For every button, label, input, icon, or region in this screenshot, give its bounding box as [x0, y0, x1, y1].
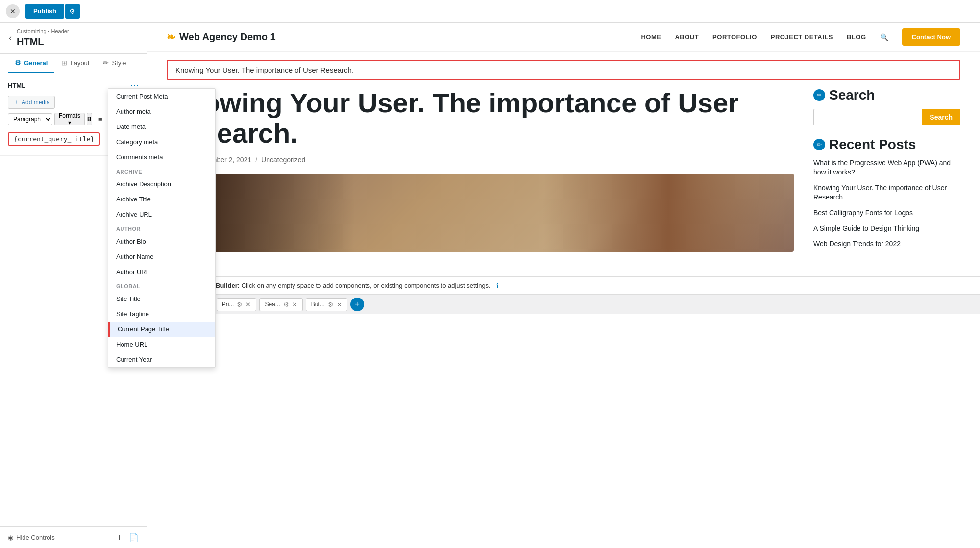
- left-sidebar: ‹ Customizing • Header HTML ⚙ General ⊞ …: [0, 23, 147, 548]
- dropdown-item-current-post-meta[interactable]: Current Post Meta: [108, 89, 147, 104]
- bold-button[interactable]: B: [87, 113, 92, 125]
- sidebar-breadcrumb: Customizing • Header: [17, 28, 69, 34]
- sidebar-header: ‹ Customizing • Header HTML: [0, 23, 147, 54]
- add-component-button[interactable]: +: [350, 298, 364, 311]
- title-highlight-box: Knowing Your User. The importance of Use…: [167, 60, 960, 80]
- dropdown-item-category-meta[interactable]: Category meta: [108, 134, 147, 149]
- tab-style[interactable]: ✏ Style: [96, 54, 133, 73]
- unordered-list-button[interactable]: ≡: [94, 113, 107, 125]
- component-primary-menu-settings[interactable]: ⚙: [237, 301, 243, 308]
- search-icon[interactable]: 🔍: [880, 33, 888, 41]
- recent-post-4[interactable]: A Simple Guide to Design Thinking: [813, 224, 960, 234]
- main-wrapper: ‹ Customizing • Header HTML ⚙ General ⊞ …: [0, 23, 980, 548]
- site-header: ❧ Web Agency Demo 1 HOME ABOUT PORTOFOLI…: [147, 23, 980, 52]
- add-media-button[interactable]: ＋ Add media: [8, 96, 55, 109]
- sidebar-title: HTML: [17, 36, 69, 48]
- dropdown-item-archive-title[interactable]: Archive Title: [108, 192, 147, 207]
- site-nav: HOME ABOUT PORTOFOLIO PROJECT DETAILS BL…: [641, 28, 960, 46]
- desktop-view-button[interactable]: 🖥: [117, 533, 125, 542]
- dropdown-item-current-page-title[interactable]: Current Page Title: [108, 322, 147, 337]
- recent-post-1[interactable]: What is the Progressive Web App (PWA) an…: [813, 158, 960, 177]
- back-button[interactable]: ‹: [8, 32, 13, 44]
- nav-item-home[interactable]: HOME: [641, 33, 661, 41]
- meta-sep-2: /: [255, 156, 257, 164]
- preview-area: ❧ Web Agency Demo 1 HOME ABOUT PORTOFOLI…: [147, 23, 980, 548]
- tab-style-label: Style: [112, 59, 126, 67]
- nav-item-portfolio[interactable]: PORTOFOLIO: [712, 33, 757, 41]
- content-sidebar: ✏ Search Search ✏ Recent Posts What is t…: [813, 88, 960, 262]
- nav-item-project-details[interactable]: PROJECT DETAILS: [771, 33, 833, 41]
- tab-layout[interactable]: ⊞ Layout: [54, 54, 96, 73]
- dropdown-item-site-tagline[interactable]: Site Tagline: [108, 306, 147, 322]
- archive-section-label: ARCHIVE: [108, 165, 147, 176]
- site-logo-text: Web Agency Demo 1: [179, 31, 276, 43]
- mobile-view-button[interactable]: 📄: [129, 533, 139, 542]
- search-widget: ✏ Search Search: [813, 88, 960, 125]
- formats-button[interactable]: Formats ▾: [54, 113, 85, 125]
- search-input[interactable]: [813, 109, 922, 125]
- site-logo: ❧ Web Agency Demo 1: [167, 31, 276, 44]
- post-image: [167, 174, 794, 252]
- recent-posts-header: ✏ Recent Posts: [813, 137, 960, 152]
- tab-general-label: General: [24, 59, 48, 67]
- dropdown-item-home-url[interactable]: Home URL: [108, 337, 147, 352]
- search-widget-title: Search: [829, 88, 875, 103]
- sidebar-bottom: ◉ Hide Controls 🖥 📄: [0, 526, 147, 548]
- search-widget-row: Search: [813, 109, 960, 125]
- eye-icon: ◉: [8, 534, 13, 541]
- tab-general[interactable]: ⚙ General: [8, 54, 54, 73]
- close-button[interactable]: ✕: [6, 4, 20, 18]
- dropdown-item-author-bio[interactable]: Author Bio: [108, 234, 147, 249]
- component-search-settings[interactable]: ⚙: [283, 301, 289, 308]
- main-content: Knowing Your User. The importance of Use…: [167, 88, 794, 262]
- component-primary-menu[interactable]: Pri... ⚙ ✕: [217, 298, 257, 311]
- publish-settings-button[interactable]: ⚙: [65, 4, 80, 19]
- style-icon: ✏: [103, 59, 109, 67]
- admin-top-bar: ✕ Publish ⚙: [0, 0, 980, 23]
- component-search-close[interactable]: ✕: [292, 301, 297, 308]
- component-bar: Site Identity ⚙ ✕ Pri... ⚙ ✕ Sea... ⚙ ✕ …: [147, 294, 980, 314]
- dropdown-item-site-title[interactable]: Site Title: [108, 291, 147, 306]
- component-button-settings[interactable]: ⚙: [328, 301, 334, 308]
- recent-post-3[interactable]: Best Calligraphy Fonts for Logos: [813, 208, 960, 218]
- publish-button[interactable]: Publish: [25, 4, 64, 19]
- builder-hint: Header Builder: Click on any empty space…: [192, 282, 490, 289]
- component-button-close[interactable]: ✕: [337, 301, 342, 308]
- info-icon[interactable]: ℹ: [496, 282, 499, 290]
- code-tag[interactable]: {current_query_title}: [8, 132, 100, 146]
- component-button-label: But...: [311, 301, 325, 308]
- logo-w-icon: ❧: [167, 31, 175, 44]
- dropdown-item-comments-meta[interactable]: Comments meta: [108, 149, 147, 165]
- dropdown-item-author-meta[interactable]: Author meta: [108, 104, 147, 119]
- paragraph-select[interactable]: Paragraph: [8, 113, 52, 125]
- author-section-label: AUTHOR: [108, 222, 147, 234]
- recent-posts-icon: ✏: [813, 139, 825, 150]
- component-search-label: Sea...: [265, 301, 280, 308]
- tab-layout-label: Layout: [70, 59, 89, 67]
- contact-now-button[interactable]: Contact Now: [902, 28, 960, 46]
- post-image-overlay: [167, 174, 794, 252]
- dropdown-item-date-meta[interactable]: Date meta: [108, 119, 147, 134]
- post-category: Uncategorized: [261, 156, 305, 164]
- dropdown-item-archive-description[interactable]: Archive Description: [108, 176, 147, 192]
- global-section-label: GLOBAL: [108, 279, 147, 291]
- builder-bar: 📱 Mobile Header Builder: Click on any em…: [147, 276, 980, 294]
- component-button[interactable]: But... ⚙ ✕: [306, 298, 347, 311]
- hide-controls-button[interactable]: ◉ Hide Controls: [8, 534, 55, 541]
- recent-post-2[interactable]: Knowing Your User. The importance of Use…: [813, 183, 960, 202]
- dropdown-item-author-url[interactable]: Author URL: [108, 264, 147, 279]
- component-search[interactable]: Sea... ⚙ ✕: [259, 298, 302, 311]
- dropdown-item-current-year[interactable]: Current Year: [108, 352, 147, 367]
- component-primary-menu-close[interactable]: ✕: [245, 301, 251, 308]
- search-widget-header: ✏ Search: [813, 88, 960, 103]
- recent-post-5[interactable]: Web Design Trends for 2022: [813, 239, 960, 249]
- search-submit-button[interactable]: Search: [922, 109, 960, 125]
- dropdown-item-author-name[interactable]: Author Name: [108, 249, 147, 264]
- layout-icon: ⊞: [61, 59, 67, 67]
- nav-item-blog[interactable]: BLOG: [847, 33, 866, 41]
- nav-item-about[interactable]: ABOUT: [675, 33, 699, 41]
- search-widget-icon: ✏: [813, 89, 825, 101]
- recent-posts-widget: ✏ Recent Posts What is the Progressive W…: [813, 137, 960, 249]
- post-meta: admin / November 2, 2021 / Uncategorized: [167, 156, 794, 164]
- dropdown-item-archive-url[interactable]: Archive URL: [108, 207, 147, 222]
